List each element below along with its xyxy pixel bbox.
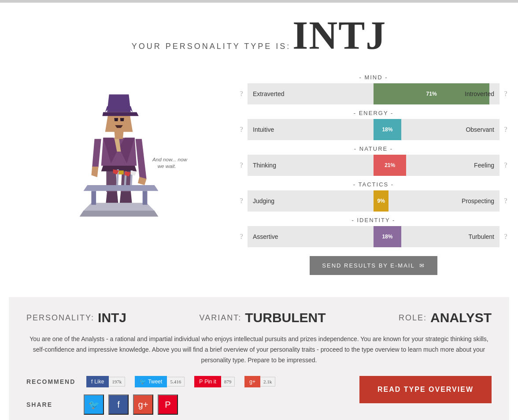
category-nature: - NATURE - <box>238 145 509 152</box>
svg-marker-1 <box>80 211 159 216</box>
label-intuitive: Intuitive <box>253 126 274 133</box>
category-tactics: - TACTICS - <box>238 181 509 188</box>
variant-item: VARIANT: TURBULENT <box>200 310 326 325</box>
share-row: SHARE 🐦 f g+ P <box>26 394 278 415</box>
bar-identity: Assertive 18% Turbulent <box>248 226 500 247</box>
share-pin-icon: P <box>165 400 170 410</box>
svg-marker-13 <box>91 167 98 177</box>
svg-text:And now... now: And now... now <box>152 156 188 162</box>
share-pinterest-button[interactable]: P <box>158 394 178 415</box>
tw-icon: 🐦 <box>140 379 146 385</box>
tw-count: 5.416 <box>167 377 185 387</box>
personality-value: INTJ <box>98 310 126 325</box>
bar-mind: Extraverted 71% Introverted <box>248 83 500 104</box>
share-tw-icon: 🐦 <box>89 399 100 410</box>
bar-row-energy: ? Intuitive 18% Observant ? <box>238 119 509 140</box>
pinterest-button[interactable]: P Pin it <box>194 376 221 387</box>
googleplus-pair: g+ 2.1k <box>244 376 275 387</box>
share-gp-icon: g+ <box>138 400 148 410</box>
svg-marker-12 <box>92 139 101 167</box>
bar-row-identity: ? Assertive 18% Turbulent ? <box>238 226 509 247</box>
gp-icon: g+ <box>249 379 255 385</box>
fb-icon: f <box>91 379 92 385</box>
role-item: ROLE: ANALYST <box>399 310 492 325</box>
read-overview-button[interactable]: READ TYPE OVERVIEW <box>359 376 492 403</box>
recommend-row: RECOMMEND f Like 197k 🐦 Tweet 5.416 <box>26 376 278 387</box>
twitter-pair: 🐦 Tweet 5.416 <box>135 376 185 387</box>
personality-item: PERSONALITY: INTJ <box>26 310 126 325</box>
label-feeling: Feeling <box>474 162 494 169</box>
share-label: SHARE <box>26 401 79 408</box>
gp-count: 2.1k <box>260 377 275 387</box>
percent-tactics: 9% <box>377 198 385 204</box>
description-text: You are one of the Analysts - a rational… <box>26 334 492 365</box>
label-judging: Judging <box>253 197 274 204</box>
help-nature-left[interactable]: ? <box>238 161 245 169</box>
twitter-tweet-button[interactable]: 🐦 Tweet <box>135 376 167 387</box>
googleplus-button[interactable]: g+ <box>244 376 260 387</box>
label-observant: Observant <box>466 126 494 133</box>
bar-tactics: Judging 9% Prospecting <box>248 190 500 212</box>
role-value: ANALYST <box>430 310 492 325</box>
personality-summary: PERSONALITY: INTJ VARIANT: TURBULENT ROL… <box>26 310 492 325</box>
character-section: And now... now we wait. <box>9 69 229 219</box>
help-nature-right[interactable]: ? <box>502 161 509 169</box>
fb-count: 197k <box>109 377 125 387</box>
bar-row-mind: ? Extraverted 71% Introverted ? <box>238 83 509 104</box>
percent-identity: 18% <box>382 234 392 240</box>
help-tactics-right[interactable]: ? <box>502 197 509 205</box>
svg-marker-14 <box>136 139 147 179</box>
help-mind-left[interactable]: ? <box>238 90 245 98</box>
label-thinking: Thinking <box>253 162 276 169</box>
svg-text:we wait.: we wait. <box>158 163 176 169</box>
svg-marker-24 <box>83 185 158 191</box>
svg-marker-21 <box>114 118 118 121</box>
facebook-like-button[interactable]: f Like <box>86 376 109 387</box>
svg-marker-20 <box>107 94 131 112</box>
facebook-pair: f Like 197k <box>86 376 125 387</box>
pin-count: 879 <box>221 377 235 387</box>
category-energy: - ENERGY - <box>238 110 509 116</box>
svg-marker-19 <box>102 112 138 116</box>
title-label: Your Personality Type is: <box>132 42 291 51</box>
label-prospecting: Prospecting <box>462 197 494 204</box>
share-fb-icon: f <box>117 400 120 410</box>
bottom-section: PERSONALITY: INTJ VARIANT: TURBULENT ROL… <box>9 297 509 420</box>
bar-row-tactics: ? Judging 9% Prospecting ? <box>238 190 509 212</box>
label-assertive: Assertive <box>253 233 278 240</box>
category-mind: - MIND - <box>238 74 509 81</box>
bars-section: - MIND - ? Extraverted 71% Introverted ?… <box>238 69 509 284</box>
label-extraverted: Extraverted <box>253 90 285 97</box>
share-facebook-button[interactable]: f <box>108 394 129 415</box>
help-identity-right[interactable]: ? <box>502 233 509 241</box>
help-energy-left[interactable]: ? <box>238 126 245 134</box>
percent-mind: 71% <box>426 91 437 97</box>
variant-value: TURBULENT <box>245 310 326 325</box>
help-tactics-left[interactable]: ? <box>238 197 245 205</box>
bar-row-nature: ? Thinking 21% Feeling ? <box>238 155 509 176</box>
help-energy-right[interactable]: ? <box>502 126 509 134</box>
character-figure: And now... now we wait. <box>44 69 194 219</box>
svg-marker-2 <box>106 191 118 203</box>
send-email-button[interactable]: SEND RESULTS BY E-MAIL ✉ <box>310 256 437 275</box>
svg-rect-25 <box>91 191 96 204</box>
share-googleplus-button[interactable]: g+ <box>133 394 153 415</box>
role-label: ROLE: <box>399 313 427 323</box>
email-icon: ✉ <box>419 262 425 269</box>
variant-label: VARIANT: <box>200 313 242 323</box>
personality-type: INTJ <box>292 14 386 57</box>
svg-marker-6 <box>101 165 137 171</box>
email-button-label: SEND RESULTS BY E-MAIL <box>322 262 414 269</box>
character-svg: And now... now we wait. <box>44 69 194 219</box>
help-mind-right[interactable]: ? <box>502 90 509 98</box>
personality-label: PERSONALITY: <box>26 313 94 323</box>
percent-energy: 18% <box>382 126 392 133</box>
share-twitter-button[interactable]: 🐦 <box>84 394 104 415</box>
help-identity-left[interactable]: ? <box>238 233 245 241</box>
percent-nature: 21% <box>385 162 395 168</box>
svg-marker-3 <box>120 191 132 203</box>
bar-energy: Intuitive 18% Observant <box>248 119 500 140</box>
label-turbulent: Turbulent <box>468 233 494 240</box>
read-overview-section: READ TYPE OVERVIEW <box>359 376 492 403</box>
bar-nature: Thinking 21% Feeling <box>248 155 500 176</box>
